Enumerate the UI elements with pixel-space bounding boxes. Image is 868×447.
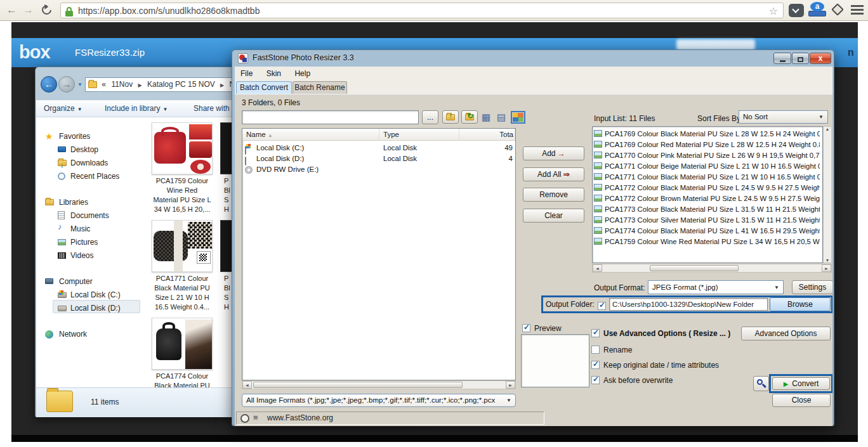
extension-a-icon[interactable]: a <box>810 2 824 11</box>
organize-menu[interactable]: Organize▼ <box>44 100 82 118</box>
input-file-list[interactable]: PCA1769 Colour Black Material PU Size L … <box>592 126 823 263</box>
preview-magnifier-button[interactable] <box>753 376 769 391</box>
sidebar-item-libraries[interactable]: Libraries <box>45 196 88 209</box>
clear-button[interactable]: Clear <box>523 209 584 223</box>
menu-file[interactable]: File <box>235 69 258 78</box>
maximize-button[interactable] <box>792 53 809 64</box>
scrollbar-thumb[interactable] <box>253 382 463 388</box>
file-thumbnail-backpack[interactable] <box>152 318 213 370</box>
scroll-right-icon[interactable]: ► <box>506 381 515 389</box>
column-type[interactable]: Type <box>379 129 459 141</box>
sidebar-item-music[interactable]: ♪Music <box>58 223 90 235</box>
url-text[interactable]: https://app.box.com/s/unudlkho286o8kmadt… <box>78 6 260 16</box>
right-vertical-scrollbar[interactable]: ▲ ▼ <box>823 126 832 263</box>
scroll-left-icon[interactable]: ◄ <box>593 264 602 272</box>
add-button[interactable]: Add → <box>523 146 584 160</box>
include-in-library-menu[interactable]: Include in library▼ <box>105 100 168 118</box>
share-with-menu[interactable]: Share with▼ <box>194 100 237 118</box>
sort-dropdown[interactable]: No Sort ▼ <box>739 110 828 124</box>
refresh-icon[interactable]: ↻ <box>461 110 478 124</box>
remove-button[interactable]: Remove <box>523 188 584 202</box>
file-caption[interactable]: PCA1774 Colour Black Material PU Size L … <box>149 372 215 387</box>
faststone-url[interactable]: www.FastStone.org <box>267 413 333 422</box>
ask-overwrite-checkbox[interactable]: ✓Ask before overwrite <box>591 376 673 385</box>
list-item[interactable]: PCA1769 Colour Black Material PU Size L … <box>594 129 820 139</box>
sidebar-item-local-disk-d[interactable]: Local Disk (D:) <box>58 302 121 314</box>
file-caption[interactable]: PCA1771 Colour Black Material PU Size L … <box>149 274 215 312</box>
tab-batch-rename[interactable]: Batch Rename <box>293 81 347 94</box>
table-row-drive-e[interactable]: DVD RW Drive (E:) <box>242 164 515 175</box>
folder-browser-table[interactable]: Name ▲ Type Tota Local Disk (C:) Local D… <box>242 128 516 380</box>
list-item[interactable]: PCA1772 Colour Brown Material PU Size L … <box>594 193 820 204</box>
list-item[interactable]: PCA1769 Colour Red Material PU Size L 28… <box>594 139 820 150</box>
sidebar-item-desktop[interactable]: Desktop <box>58 143 98 156</box>
url-bar[interactable]: https://app.box.com/s/unudlkho286o8kmadt… <box>60 3 784 18</box>
box-logo[interactable]: box <box>19 42 50 63</box>
sidebar-item-favorites[interactable]: ★Favorites <box>45 130 90 143</box>
tab-batch-convert[interactable]: Batch Convert <box>236 81 292 94</box>
box-download-button-blurred[interactable] <box>676 39 755 50</box>
preview-checkbox[interactable]: ✓Preview <box>522 324 562 333</box>
file-thumbnail-red-bag[interactable] <box>152 122 213 174</box>
browse-dots-button[interactable]: ... <box>422 110 438 124</box>
scroll-down-icon[interactable]: ▼ <box>824 258 831 262</box>
file-thumbnail-black-bag[interactable] <box>152 220 213 272</box>
settings-button[interactable]: Settings <box>792 280 832 294</box>
sidebar-item-local-disk-c[interactable]: Local Disk (C:) <box>58 288 121 301</box>
menu-help[interactable]: Help <box>289 69 316 78</box>
sidebar-item-downloads[interactable]: Downloads <box>58 157 108 169</box>
path-input[interactable] <box>242 110 419 124</box>
list-item[interactable]: PCA1759 Colour Wine Red Material PU Size… <box>594 236 820 247</box>
scroll-right-icon[interactable]: ► <box>822 264 831 272</box>
list-item[interactable]: PCA1772 Colour Black Material PU Size L … <box>594 183 820 193</box>
bookmark-star-icon[interactable]: ☆ <box>769 5 778 17</box>
right-horizontal-scrollbar[interactable]: ◄ ► <box>592 264 832 273</box>
advanced-options-button[interactable]: Advanced Options <box>741 327 831 340</box>
list-item[interactable]: PCA1774 Colour Black Material PU Size L … <box>594 226 820 236</box>
sidebar-item-recent-places[interactable]: Recent Places <box>58 170 119 183</box>
use-advanced-options-checkbox[interactable]: ✓Use Advanced Options ( Resize ... ) <box>591 329 730 338</box>
left-horizontal-scrollbar[interactable]: ◄ ► <box>242 380 516 389</box>
browser-forward-icon[interactable]: → <box>23 4 34 16</box>
breadcrumb-item-katalog[interactable]: Katalog PC 15 NOV <box>147 80 215 89</box>
browser-menu-icon[interactable] <box>851 5 864 15</box>
rename-checkbox[interactable]: Rename <box>591 346 632 354</box>
sidebar-item-network[interactable]: Network <box>45 328 87 340</box>
table-row-drive-d[interactable]: Local Disk (D:) Local Disk 4 <box>242 153 515 164</box>
faststone-titlebar[interactable]: FastStone Photo Resizer 3.3 x <box>232 50 834 67</box>
sidebar-item-pictures[interactable]: Pictures <box>58 236 98 249</box>
list-item[interactable]: PCA1770 Colour Pink Material PU Size L 2… <box>594 150 820 161</box>
browser-reload-icon[interactable] <box>40 3 53 16</box>
list-view-icon[interactable]: ▦ <box>482 112 490 123</box>
output-format-dropdown[interactable]: JPEG Format (*.jpg) ▼ <box>648 280 784 294</box>
list-item[interactable]: PCA1773 Colour Silver Material PU Size L… <box>594 215 820 226</box>
output-folder-input[interactable]: C:\Users\hp1000-1329\Desktop\New Folder <box>609 298 768 311</box>
column-total[interactable]: Tota <box>459 129 515 141</box>
scroll-left-icon[interactable]: ◄ <box>242 381 252 389</box>
breadcrumb-item-11nov[interactable]: 11Nov <box>111 80 133 89</box>
scroll-up-icon[interactable]: ▲ <box>824 127 831 131</box>
explorer-back-button[interactable]: ← <box>41 76 57 93</box>
browse-button[interactable]: Browse <box>770 297 831 311</box>
explorer-forward-button[interactable]: → <box>58 76 75 93</box>
pocket-icon[interactable] <box>789 4 804 17</box>
table-row-drive-c[interactable]: Local Disk (C:) Local Disk 49 <box>242 143 515 153</box>
diamond-extension-icon[interactable] <box>831 3 844 16</box>
menu-skin[interactable]: Skin <box>261 69 287 78</box>
close-button[interactable]: Close <box>772 394 831 407</box>
file-caption[interactable]: PCA1759 Colour Wine Red Material PU Size… <box>149 176 215 214</box>
keep-date-checkbox[interactable]: ✓Keep original date / time attributes <box>591 361 719 370</box>
close-window-button[interactable]: x <box>810 53 831 64</box>
format-filter-dropdown[interactable]: All Image Formats (*.jpg;*.jpe;*.jpeg;*.… <box>242 394 516 407</box>
list-item[interactable]: PCA1771 Colour Black Material PU Size L … <box>594 172 820 183</box>
scrollbar-thumb[interactable] <box>650 265 739 271</box>
browser-back-icon[interactable]: ← <box>6 4 17 16</box>
explorer-history-dropdown-icon[interactable]: ▼ <box>77 82 82 87</box>
list-item[interactable]: PCA1771 Colour Beige Material PU Size L … <box>594 161 820 172</box>
sidebar-item-documents[interactable]: Documents <box>58 209 109 222</box>
folder-up-icon[interactable]: ↑ <box>442 110 459 124</box>
sidebar-item-videos[interactable]: Videos <box>58 249 93 262</box>
minimize-button[interactable] <box>773 53 791 64</box>
output-folder-checkbox[interactable]: ✓ <box>598 302 606 310</box>
thumbnail-view-icon[interactable] <box>513 113 523 122</box>
